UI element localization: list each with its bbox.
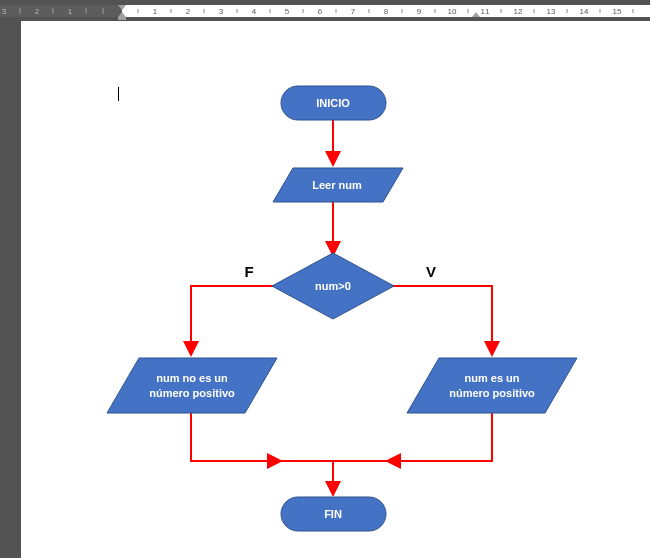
flowchart-output-false[interactable]: num no es un número positivo bbox=[107, 358, 277, 413]
svg-text:7: 7 bbox=[351, 7, 356, 16]
output-false-line1: num no es un bbox=[156, 372, 228, 384]
branch-false-label: F bbox=[244, 263, 253, 280]
svg-text:2: 2 bbox=[35, 7, 40, 16]
svg-text:2: 2 bbox=[186, 7, 191, 16]
output-false-line2: número positivo bbox=[149, 387, 235, 399]
arrow-decision-true bbox=[389, 286, 492, 353]
arrow-false-to-end bbox=[191, 413, 279, 461]
svg-text:15: 15 bbox=[613, 7, 622, 16]
svg-text:3: 3 bbox=[2, 7, 7, 16]
svg-text:10: 10 bbox=[448, 7, 457, 16]
svg-text:3: 3 bbox=[219, 7, 224, 16]
svg-text:13: 13 bbox=[547, 7, 556, 16]
read-label: Leer num bbox=[312, 179, 362, 191]
flowchart-canvas: INICIO Leer num num>0 F V num no es un n… bbox=[21, 21, 650, 558]
document-page[interactable]: INICIO Leer num num>0 F V num no es un n… bbox=[21, 21, 650, 558]
svg-marker-50 bbox=[407, 358, 577, 413]
branch-true-label: V bbox=[426, 263, 436, 280]
svg-text:12: 12 bbox=[514, 7, 523, 16]
svg-text:4: 4 bbox=[252, 7, 257, 16]
start-label: INICIO bbox=[316, 97, 350, 109]
flowchart-decision[interactable]: num>0 bbox=[272, 253, 394, 319]
output-true-line1: num es un bbox=[464, 372, 519, 384]
flowchart-read[interactable]: Leer num bbox=[273, 168, 403, 202]
svg-text:9: 9 bbox=[417, 7, 422, 16]
decision-label: num>0 bbox=[315, 280, 351, 292]
flowchart-end[interactable]: FIN bbox=[281, 497, 386, 531]
arrow-decision-false bbox=[191, 286, 277, 353]
svg-text:1: 1 bbox=[68, 7, 73, 16]
flowchart-start[interactable]: INICIO bbox=[281, 86, 386, 120]
svg-marker-49 bbox=[107, 358, 277, 413]
flowchart-output-true[interactable]: num es un número positivo bbox=[407, 358, 577, 413]
svg-text:1: 1 bbox=[153, 7, 158, 16]
horizontal-ruler: 3 2 1 1 2 3 4 5 6 7 8 9 10 bbox=[0, 0, 650, 21]
svg-text:11: 11 bbox=[481, 7, 490, 16]
arrow-true-to-end bbox=[389, 413, 492, 461]
svg-text:5: 5 bbox=[285, 7, 290, 16]
svg-text:8: 8 bbox=[384, 7, 389, 16]
end-label: FIN bbox=[324, 508, 342, 520]
svg-rect-43 bbox=[118, 17, 126, 20]
svg-text:6: 6 bbox=[318, 7, 323, 16]
svg-text:14: 14 bbox=[580, 7, 589, 16]
output-true-line2: número positivo bbox=[449, 387, 535, 399]
